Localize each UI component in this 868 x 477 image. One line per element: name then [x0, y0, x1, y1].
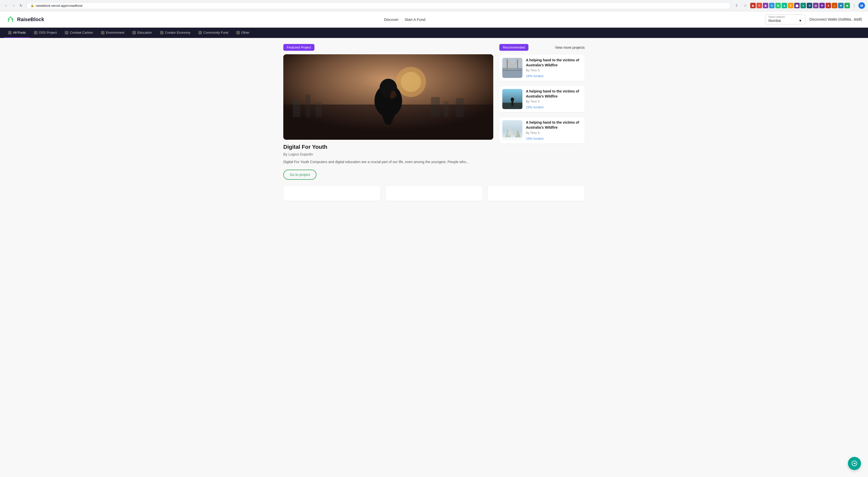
- svg-rect-4: [293, 99, 300, 117]
- featured-title: Digital For Youth: [283, 144, 493, 150]
- creator-economy-icon: [160, 31, 163, 34]
- ext-icon-3[interactable]: ◆: [763, 3, 768, 8]
- logo-svg: [6, 16, 15, 23]
- url-text: raiseblock.vercel.app/crowdfund: [36, 4, 82, 7]
- start-fund-link[interactable]: Start A Fund: [405, 17, 426, 22]
- bookmark-icon[interactable]: ☆: [742, 2, 749, 9]
- rec-funded-1: 19% funded: [526, 74, 582, 78]
- category-item-community-fund[interactable]: Community Fund: [194, 28, 232, 38]
- recommended-section: Recommended View more projects: [499, 44, 585, 180]
- category-item-all-pools[interactable]: All Pools: [4, 28, 30, 38]
- rec-title-2: A helping hand to the victims of Austral…: [526, 89, 582, 99]
- extensions-button[interactable]: ⋮: [851, 2, 858, 9]
- rec-thumb-image-3: [502, 120, 522, 140]
- ext-icon-7[interactable]: ▼: [788, 3, 794, 8]
- ext-icon-5[interactable]: ■: [775, 3, 781, 8]
- category-item-environment[interactable]: Environment: [97, 28, 128, 38]
- recommended-badge: Recommended: [499, 44, 528, 51]
- rec-thumbnail-3: [502, 120, 522, 140]
- category-item-combat-carbon[interactable]: Combat Carbon: [61, 28, 97, 38]
- network-select-label: Select network: [768, 16, 785, 18]
- ext-icon-11[interactable]: ▤: [813, 3, 818, 8]
- category-nav: All Pools OSS Project Combat Carbon Envi…: [0, 28, 868, 38]
- category-item-education[interactable]: Education: [128, 28, 156, 38]
- recommended-item-1[interactable]: A helping hand to the victims of Austral…: [499, 55, 585, 81]
- reload-button[interactable]: ↻: [18, 2, 24, 8]
- svg-rect-5: [305, 94, 310, 117]
- category-item-creator-economy[interactable]: Creator Economy: [156, 28, 194, 38]
- svg-rect-20: [517, 59, 518, 70]
- featured-image: [283, 54, 493, 140]
- network-select-value: Mumbai ▼: [768, 19, 802, 23]
- browser-nav-buttons: ← → ↻: [3, 2, 24, 8]
- fab-icon: [852, 461, 857, 466]
- all-pools-icon: [8, 31, 11, 34]
- education-icon: [132, 31, 136, 34]
- featured-section: Featured Project: [283, 44, 493, 180]
- featured-image-svg: [283, 54, 493, 140]
- rec-author-1: By Timo S: [526, 69, 582, 72]
- ext-icon-15[interactable]: ■: [838, 3, 844, 8]
- header-right: Select network Mumbai ▼ Disconnect Walle…: [765, 14, 862, 24]
- svg-rect-21: [502, 70, 522, 71]
- svg-rect-9: [456, 98, 464, 117]
- category-label-education: Education: [137, 31, 152, 34]
- forward-button[interactable]: →: [10, 2, 17, 8]
- disconnect-wallet-button[interactable]: Disconnect Wallet (0x866a...6ddf): [809, 17, 862, 21]
- rec-thumb-image-2: [502, 89, 522, 109]
- main-content: Featured Project: [0, 38, 868, 477]
- ext-icon-14[interactable]: △: [832, 3, 837, 8]
- rec-author-2: By Timo S: [526, 100, 582, 103]
- rec-info-2: A helping hand to the victims of Austral…: [526, 89, 582, 109]
- rec-funded-2: 19% funded: [526, 105, 582, 109]
- featured-badge: Featured Project: [283, 44, 314, 51]
- featured-description: Digital For Youth Computers and digital …: [283, 159, 493, 165]
- recommended-item-3[interactable]: A helping hand to the victims of Austral…: [499, 117, 585, 143]
- featured-author: By Logino Dujardin: [283, 152, 493, 156]
- ext-icon-6[interactable]: ▲: [782, 3, 787, 8]
- ext-icon-9[interactable]: ♦: [800, 3, 806, 8]
- svg-rect-19: [506, 59, 508, 70]
- svg-rect-8: [443, 101, 448, 117]
- recommended-item-2[interactable]: A helping hand to the victims of Austral…: [499, 86, 585, 112]
- fab-button[interactable]: [848, 457, 861, 470]
- discover-link[interactable]: Discover: [384, 17, 399, 22]
- rec-info-3: A helping hand to the victims of Austral…: [526, 120, 582, 140]
- ext-icon-2[interactable]: A: [756, 3, 762, 8]
- go-to-project-button[interactable]: Go to project: [283, 170, 316, 180]
- category-item-oss-project[interactable]: OSS Project: [30, 28, 61, 38]
- thumb-svg-1: [502, 58, 522, 78]
- rec-thumbnail-1: [502, 58, 522, 78]
- thumb-svg-3: [502, 120, 522, 140]
- browser-icons: ⇧ ☆ ◉ A ◆ ● ■ ▲ ▼ ⬤ ♦ ⊗ ▤ ❖ ● △ ■ ◆ ⋮ M: [733, 2, 865, 9]
- bottom-cards: [283, 186, 585, 201]
- content-grid: Featured Project: [283, 44, 585, 180]
- recommended-header: Recommended View more projects: [499, 44, 585, 51]
- ext-icon-4[interactable]: ●: [769, 3, 775, 8]
- profile-icon[interactable]: M: [859, 2, 865, 9]
- network-select-wrapper[interactable]: Select network Mumbai ▼: [765, 14, 805, 24]
- app-header: RaiseBlock Discover Start A Fund Select …: [0, 11, 868, 28]
- ext-icon-13[interactable]: ●: [826, 3, 831, 8]
- header-nav: Discover Start A Fund: [384, 17, 426, 22]
- environment-icon: [101, 31, 104, 34]
- ext-icon-8[interactable]: ⬤: [794, 3, 800, 8]
- category-label-creator-economy: Creator Economy: [165, 31, 190, 34]
- bottom-card-1: [283, 186, 380, 201]
- ext-icon-16[interactable]: ◆: [844, 3, 850, 8]
- category-label-oss-project: OSS Project: [39, 31, 57, 34]
- ext-icon-10[interactable]: ⊗: [807, 3, 812, 8]
- community-fund-icon: [198, 31, 202, 34]
- back-button[interactable]: ←: [3, 2, 9, 8]
- share-icon[interactable]: ⇧: [733, 2, 740, 9]
- ext-icon-1[interactable]: ◉: [750, 3, 756, 8]
- svg-rect-25: [512, 101, 514, 106]
- view-more-link[interactable]: View more projects: [555, 46, 585, 50]
- category-label-all-pools: All Pools: [13, 31, 26, 34]
- address-bar[interactable]: 🔒 raiseblock.vercel.app/crowdfund: [27, 2, 731, 9]
- category-item-other[interactable]: Other: [232, 28, 254, 38]
- ext-icon-12[interactable]: ❖: [819, 3, 825, 8]
- rec-title-3: A helping hand to the victims of Austral…: [526, 120, 582, 130]
- rec-thumb-image-1: [502, 58, 522, 78]
- combat-carbon-icon: [65, 31, 68, 34]
